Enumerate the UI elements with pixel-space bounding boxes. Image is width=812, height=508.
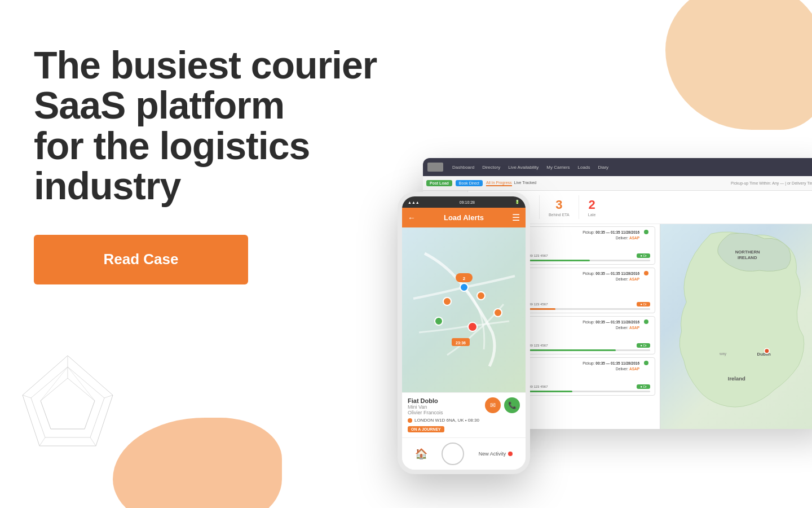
load-times: Pickup: 00:35 — 01:35 11/28/2016 Deliver… (582, 271, 639, 282)
progress-bar (478, 391, 650, 392)
status-indicator (644, 271, 648, 275)
svg-line-10 (85, 401, 95, 429)
carrier-info: Carrier Pro Test Company 1 +44 789 123 4… (478, 253, 650, 258)
desktop-screen: Dashboard Directory Live Availability My… (423, 158, 812, 429)
svg-line-7 (23, 395, 31, 398)
nav-items: Dashboard Directory Live Availability My… (450, 164, 611, 171)
load-route: From: MIAMI, FL, 33131, US To: NEW YORK,… (478, 361, 578, 383)
progress-bar (478, 349, 650, 351)
nav-item-dashboard: Dashboard (450, 164, 476, 171)
home-button[interactable] (442, 443, 464, 465)
svg-line-9 (41, 367, 68, 401)
home-icon[interactable]: 🏠 (415, 448, 427, 460)
table-row: From: MIAMI, FL, 33131, US To: NEW YORK,… (473, 316, 655, 354)
screen-title: Load Alerts (444, 213, 484, 222)
vehicle-icon (478, 295, 487, 300)
app-subbar: Post Load Book Direct All In Progress Li… (423, 176, 812, 191)
behind-eta-badge: ● Dr (637, 302, 650, 306)
load-times: Pickup: 00:35 — 01:35 11/28/2016 Deliver… (582, 319, 639, 331)
svg-line-5 (90, 437, 96, 446)
dr-badge: ● Dr (637, 384, 650, 389)
stat-late: 2 Late (579, 195, 605, 219)
svg-text:Dublin: Dublin (757, 352, 771, 357)
table-row: From: MIAMI, FL, 33131, US To: NEW YORK,… (473, 226, 655, 265)
app-main-content: 16 Total 7 On Time 3 Behind ETA 2 (468, 191, 812, 429)
load-route: From: MIAMI, FL, 33131, US To: NEW YORK,… (478, 271, 578, 293)
svg-point-22 (435, 317, 443, 325)
svg-text:NORTHERN: NORTHERN (735, 249, 760, 255)
stat-on-time: 7 On Time (506, 195, 539, 219)
time-display: 09:10:28 (460, 200, 475, 204)
desktop-mockup: Dashboard Directory Live Availability My… (423, 158, 812, 429)
app-navbar: Dashboard Directory Live Availability My… (423, 158, 812, 176)
location-text: LONDON W1D 6NA, UK • 08:30 (414, 418, 479, 423)
stat-behind-eta: 3 Behind ETA (540, 195, 579, 219)
vehicle-type: Mini Van (408, 404, 443, 410)
svg-marker-0 (23, 356, 113, 446)
progress-bar (478, 308, 650, 310)
status-indicator (644, 319, 648, 324)
nav-item-carriers: My Carriers (544, 164, 572, 171)
new-activity-button[interactable]: New Activity (479, 451, 513, 457)
vehicle-info-card: Fiat Doblo Mini Van Olivier Francois ✉ 📞… (402, 392, 526, 437)
carrier-info: Carrier Pro Test Company 1 +44 789 123 4… (478, 343, 650, 348)
carrier-info: Carrier Pro Test Company 1 +44 789 123 4… (478, 384, 650, 389)
on-time-badge-2: ● Dr (637, 343, 650, 348)
nav-item-live: Live Availability (506, 164, 541, 171)
svg-text:23:36: 23:36 (456, 341, 466, 345)
svg-point-21 (477, 292, 485, 300)
location-info: LONDON W1D 6NA, UK • 08:30 (408, 418, 520, 423)
svg-point-17 (765, 348, 770, 353)
svg-line-11 (41, 401, 51, 429)
status-indicator (644, 361, 648, 365)
page-title: The busiest courier SaaS platform for th… (34, 45, 413, 207)
svg-marker-2 (41, 378, 95, 429)
hero-content: The busiest courier SaaS platform for th… (0, 0, 447, 284)
vehicle-name: Fiat Doblo (408, 397, 443, 404)
app-content-area: 📋 Contacts 💳 Payment Report 🔍 Search Pan… (423, 191, 812, 429)
phone-bottom-nav: 🏠 New Activity (402, 437, 526, 470)
call-button[interactable]: 📞 (504, 397, 520, 413)
svg-point-23 (468, 322, 477, 331)
stats-row: 16 Total 7 On Time 3 Behind ETA 2 (468, 191, 812, 224)
progress-bar (478, 260, 650, 261)
map-background: NORTHERN IRELAND Ireland Dublin way (660, 224, 812, 429)
decorative-blob-bottom (113, 418, 282, 508)
svg-rect-27 (452, 338, 470, 346)
svg-rect-25 (456, 273, 473, 282)
book-direct-btn[interactable]: Book Direct (456, 180, 483, 186)
message-button[interactable]: ✉ (485, 397, 501, 413)
load-route: From: MIAMI, FL, 33131, US To: NEW YORK,… (478, 319, 578, 341)
nav-item-diary: Diary (595, 164, 611, 171)
tab-live-tracked[interactable]: Live Tracked (514, 181, 537, 186)
location-icon (408, 418, 412, 423)
svg-text:way: way (719, 352, 727, 356)
svg-text:Ireland: Ireland (728, 375, 745, 382)
on-time-badge: ● Dr (637, 253, 650, 258)
journey-status-badge: ON A JOURNEY (408, 426, 444, 432)
svg-line-6 (39, 437, 45, 446)
nav-item-directory: Directory (480, 164, 502, 171)
svg-point-20 (443, 297, 451, 305)
decorative-blob-top-right (665, 0, 812, 130)
filter-options: Pickup-up Time Within: Any — | or Delive… (731, 181, 812, 185)
list-icon[interactable]: ☰ (512, 212, 520, 223)
svg-point-19 (460, 283, 468, 291)
status-indicator (644, 230, 648, 234)
filter-tabs: All In Progress Live Tracked (486, 181, 536, 186)
tab-in-progress[interactable]: All In Progress (486, 181, 512, 186)
load-times: Pickup: 00:35 — 01:35 11/28/2016 Deliver… (582, 361, 639, 372)
load-route: From: MIAMI, FL, 33131, US To: NEW YORK,… (478, 230, 578, 252)
load-list: From: MIAMI, FL, 33131, US To: NEW YORK,… (468, 224, 660, 429)
nav-item-loads: Loads (576, 164, 593, 171)
battery-icon: 🔋 (515, 200, 520, 204)
svg-line-4 (104, 395, 113, 398)
map-panel: NORTHERN IRELAND Ireland Dublin way (660, 224, 812, 429)
svg-text:IRELAND: IRELAND (738, 255, 757, 260)
driver-name: Olivier Francois (408, 410, 443, 415)
svg-point-24 (494, 309, 502, 317)
carrier-info: Carrier Pro Test Company 1 +44 789 123 4… (478, 302, 650, 306)
read-case-button[interactable]: Read Case (34, 235, 248, 284)
stat-total: 16 Total (474, 195, 506, 219)
svg-line-8 (68, 367, 95, 401)
